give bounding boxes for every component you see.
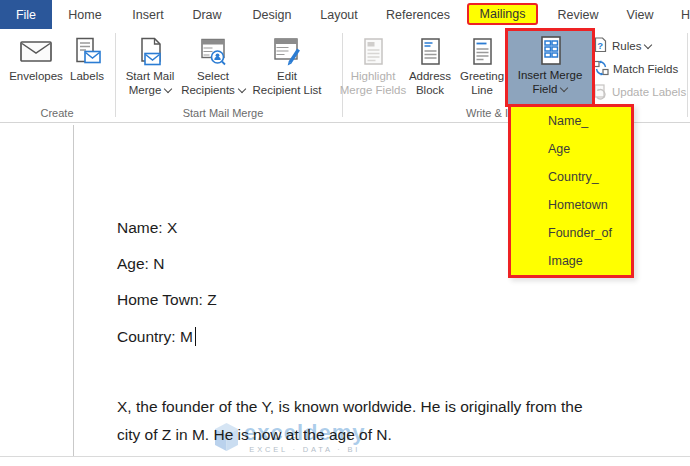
highlight-merge-fields-icon [358,33,388,70]
page-edge-line [73,125,74,456]
tab-help[interactable]: Help [681,0,690,29]
rules-icon: ? [593,37,608,55]
tab-home[interactable]: Home [68,0,101,29]
greeting-line-icon [467,33,497,70]
doc-line-name[interactable]: Name: X [117,219,177,237]
select-recipients-label: Select [197,70,229,84]
menu-item-founder-of[interactable]: Founder_of [511,219,631,247]
edit-recipient-list-icon [272,33,302,70]
chevron-down-icon [644,41,652,49]
doc-line-age[interactable]: Age: N [117,255,164,273]
start-mail-merge-label: Start Mail [126,70,175,84]
highlight-merge-fields-label2: Merge Fields [340,84,406,98]
address-block-button[interactable]: Address Block [404,33,456,97]
doc-line-country[interactable]: Country: M [117,327,196,346]
chevron-down-icon [560,83,568,91]
group-divider [115,33,116,117]
greeting-line-label2: Line [471,84,493,98]
address-block-label: Address [409,70,451,84]
doc-text: Country: M [117,328,193,345]
text-cursor [195,327,197,346]
edit-recipient-list-button[interactable]: Edit Recipient List [243,33,331,97]
watermark-tagline: EXCEL · DATA · BI [249,445,360,454]
match-fields-button[interactable]: Match Fields [593,60,678,78]
greeting-line-label: Greeting [460,70,504,84]
tab-layout[interactable]: Layout [320,0,358,29]
tab-view[interactable]: View [627,0,654,29]
match-fields-label: Match Fields [613,63,678,75]
menu-item-hometown[interactable]: Hometown [511,191,631,219]
menu-item-name[interactable]: Name_ [511,107,631,135]
start-mail-merge-icon [135,33,165,70]
address-block-label2: Block [416,84,444,98]
insert-merge-field-button[interactable]: Insert Merge Field [505,28,595,107]
group-divider [687,33,688,117]
menu-item-country[interactable]: Country_ [511,163,631,191]
greeting-line-button[interactable]: Greeting Line [457,33,507,97]
group-label-write-insert-fields: Write & I [466,107,508,119]
rules-button[interactable]: ? Rules [593,37,651,55]
start-mail-merge-button[interactable]: Start Mail Merge [119,33,181,97]
labels-icon [72,33,102,70]
labels-button[interactable]: Labels [64,33,110,84]
insert-merge-field-label2: Field [533,83,558,95]
address-block-icon [415,33,445,70]
group-label-start-mail-merge: Start Mail Merge [183,107,264,119]
labels-label: Labels [70,70,104,84]
highlight-merge-fields-label: Highlight [351,70,396,84]
tab-draw[interactable]: Draw [192,0,221,29]
doc-paragraph-line-1[interactable]: X, the founder of the Y, is known worldw… [117,398,583,416]
doc-line-hometown[interactable]: Home Town: Z [117,291,217,309]
tab-file[interactable]: File [0,0,52,29]
update-labels-icon [593,84,608,102]
menubar: File Home Insert Draw Design Layout Refe… [0,0,690,29]
select-recipients-button[interactable]: Select Recipients [179,33,247,97]
match-fields-icon [593,60,609,78]
tab-review[interactable]: Review [558,0,599,29]
doc-text: city of Z in M. He is now at the age of … [117,426,392,443]
tab-design[interactable]: Design [253,0,292,29]
insert-merge-field-label: Insert Merge [518,69,583,83]
tab-mailings[interactable]: Mailings [467,3,538,25]
doc-text: Home Town: Z [117,291,217,308]
doc-paragraph-line-2[interactable]: city of Z in M. He is now at the age of … [117,426,392,444]
insert-merge-field-icon [534,33,566,69]
tab-insert[interactable]: Insert [132,0,163,29]
tab-references[interactable]: References [386,0,450,29]
envelopes-button[interactable]: Envelopes [4,33,68,84]
svg-text:?: ? [597,40,603,51]
envelopes-label: Envelopes [9,70,63,84]
chevron-down-icon [164,84,172,92]
update-labels-button: Update Labels [593,84,686,102]
start-mail-merge-label2: Merge [129,84,162,96]
menu-item-image[interactable]: Image [511,247,631,275]
doc-text: Name: X [117,219,177,236]
update-labels-label: Update Labels [612,86,686,100]
edit-recipient-list-label2: Recipient List [252,84,321,98]
word-window: File Home Insert Draw Design Layout Refe… [0,0,690,466]
select-recipients-icon [198,33,228,70]
envelope-icon [19,33,53,70]
menu-item-age[interactable]: Age [511,135,631,163]
group-label-create: Create [40,107,73,119]
insert-merge-field-menu: Name_ Age Country_ Hometown Founder_of I… [508,104,634,278]
edit-recipient-list-label: Edit [277,70,297,84]
doc-text: Age: N [117,255,164,272]
select-recipients-label2: Recipients [181,84,235,96]
doc-text: X, the founder of the Y, is known worldw… [117,398,583,415]
highlight-merge-fields-button: Highlight Merge Fields [341,33,405,97]
rules-label: Rules [612,40,641,52]
